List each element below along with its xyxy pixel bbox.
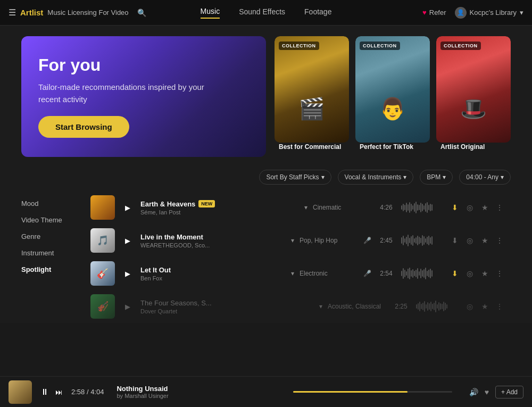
user-library-button[interactable]: 👤 Kocpc's Library ▾ [455,7,523,19]
track-info: Earth & Heavens NEW Séme, Ian Post [140,200,299,215]
track-thumbnail: 🎻 [90,294,115,319]
table-row[interactable]: 🎻 ▶ The Four Seasons, S... Dover Quartet… [85,290,511,323]
track-duration: 2:25 [392,303,411,310]
star-icon[interactable]: ★ [479,236,491,245]
sort-filter-button[interactable]: Sort By Staff Picks ▾ [259,170,331,185]
chevron-vocal-icon: ▾ [403,173,406,181]
play-button[interactable]: ▶ [120,266,135,281]
track-actions: ⬇ ◎ ★ ⋮ [449,269,505,278]
more-icon[interactable]: ⋮ [494,269,505,278]
chevron-down-icon: ▾ [520,9,523,16]
track-thumbnail: 🎵 [90,228,115,253]
download-icon[interactable]: ⬇ [449,236,461,245]
star-icon[interactable]: ★ [479,269,491,278]
table-row[interactable]: ▶ Earth & Heavens NEW Séme, Ian Post ▾ C… [85,191,511,224]
collection-figure-2: 👨 [355,36,430,143]
share-icon[interactable]: ◎ [464,203,476,212]
download-icon[interactable]: ⬇ [449,203,461,212]
collection-badge-3: COLLECTION [440,41,481,50]
player-bar: ⏸ ⏭ 2:58 / 4:04 Nothing Unsaid by Marsha… [0,376,532,407]
collection-label-1: Best for Commercial [279,143,345,152]
player-title: Nothing Unsaid [117,385,276,393]
nav-left: ☰ Artlist Music Licensing For Video 🔍 [9,7,201,18]
hamburger-icon[interactable]: ☰ [9,7,16,18]
duration-filter-button[interactable]: 04:00 - Any ▾ [459,170,511,185]
track-title: Earth & Heavens NEW [140,200,299,208]
collection-label-2: Perfect for TikTok [360,143,426,152]
track-artist: Séme, Ian Post [140,209,299,215]
sidebar-item-spotlight[interactable]: Spotlight [21,261,85,278]
waveform-bars [401,233,444,248]
next-button[interactable]: ⏭ [55,388,63,396]
more-icon[interactable]: ⋮ [494,302,505,311]
pause-button[interactable]: ⏸ [40,387,49,397]
hero-title: For you [38,55,249,75]
favorite-icon[interactable]: ♥ [485,388,489,396]
play-button[interactable]: ▶ [120,299,135,314]
sidebar-item-genre[interactable]: Genre [21,228,85,245]
volume-icon[interactable]: 🔊 [469,388,478,396]
track-info: Let It Out Ben Fox [140,266,286,281]
track-actions: ⬇ ◎ ★ ⋮ [449,236,505,245]
tab-footage[interactable]: Footage [304,7,331,18]
player-artist: by Marshall Usinger [117,393,276,399]
track-list: ▶ Earth & Heavens NEW Séme, Ian Post ▾ C… [85,191,511,323]
waveform [401,266,444,281]
collection-card-commercial[interactable]: 🎬 COLLECTION Best for Commercial [275,36,349,157]
start-browsing-button[interactable]: Start Browsing [38,116,129,138]
track-title: Let It Out [140,266,286,274]
table-row[interactable]: 🎸 ▶ Let It Out Ben Fox ▾ Electronic 🎤 2:… [85,257,511,290]
player-right: 🔊 ♥ + Add [469,386,523,398]
user-icon: 👤 [455,7,467,19]
vocal-filter-button[interactable]: Vocal & Instruments ▾ [338,170,414,185]
collection-cards: 🎬 COLLECTION Best for Commercial 👨 COLLE… [275,36,511,157]
collection-card-tiktok[interactable]: 👨 COLLECTION Perfect for TikTok [355,36,430,157]
play-button[interactable]: ▶ [120,200,135,215]
table-row[interactable]: 🎵 ▶ Live in the Moment WEARETHEGOOD, Sco… [85,224,511,257]
track-duration: 2:54 [377,270,396,277]
star-icon[interactable]: ★ [479,302,491,311]
waveform-bars [401,200,444,215]
sidebar-item-instrument[interactable]: Instrument [21,245,85,261]
waveform-bars [416,299,459,314]
hero-section: For you Tailor-made recommendations insp… [21,26,511,165]
mic-icon: 🎤 [363,237,371,244]
star-icon[interactable]: ★ [479,203,491,212]
heart-icon: ♥ [422,9,427,16]
brand-subtitle: Music Licensing For Video [47,9,128,16]
player-info: Nothing Unsaid by Marshall Usinger [112,385,276,399]
track-genre: Pop, Hip Hop [300,237,358,244]
sidebar-item-videotheme[interactable]: Video Theme [21,212,85,228]
more-icon[interactable]: ⋮ [494,236,505,245]
tab-music[interactable]: Music [201,7,220,19]
track-duration: 2:45 [377,237,396,244]
bpm-filter-button[interactable]: BPM ▾ [420,170,453,185]
waveform [416,299,459,314]
track-artist: Ben Fox [140,275,286,281]
collection-figure-3: 🎩 [436,36,511,143]
progress-bar[interactable] [293,391,452,393]
track-info: Live in the Moment WEARETHEGOOD, Sco... [140,233,286,248]
expand-icon[interactable]: ▾ [319,303,322,310]
sort-label: Sort By Staff Picks [266,173,319,181]
add-to-project-button[interactable]: + Add [495,386,523,398]
expand-icon[interactable]: ▾ [291,237,294,244]
share-icon[interactable]: ◎ [464,236,476,245]
refer-button[interactable]: ♥ Refer [422,9,446,16]
tab-sound-effects[interactable]: Sound Effects [239,7,285,18]
more-icon[interactable]: ⋮ [494,203,505,212]
sidebar-item-mood[interactable]: Mood [21,195,85,212]
new-badge: NEW [198,200,215,207]
share-icon[interactable]: ◎ [464,269,476,278]
track-thumbnail [90,195,115,220]
share-icon[interactable]: ◎ [464,302,476,311]
expand-icon[interactable]: ▾ [291,270,294,277]
track-genre: Cinematic [313,204,371,211]
play-button[interactable]: ▶ [120,233,135,248]
track-artist: Dover Quartet [140,308,314,314]
download-icon[interactable]: ⬇ [449,269,461,278]
main-content: For you Tailor-made recommendations insp… [0,26,532,323]
expand-icon[interactable]: ▾ [304,204,307,211]
collection-card-original[interactable]: 🎩 COLLECTION Artlist Original [436,36,511,157]
search-icon[interactable]: 🔍 [137,9,146,17]
